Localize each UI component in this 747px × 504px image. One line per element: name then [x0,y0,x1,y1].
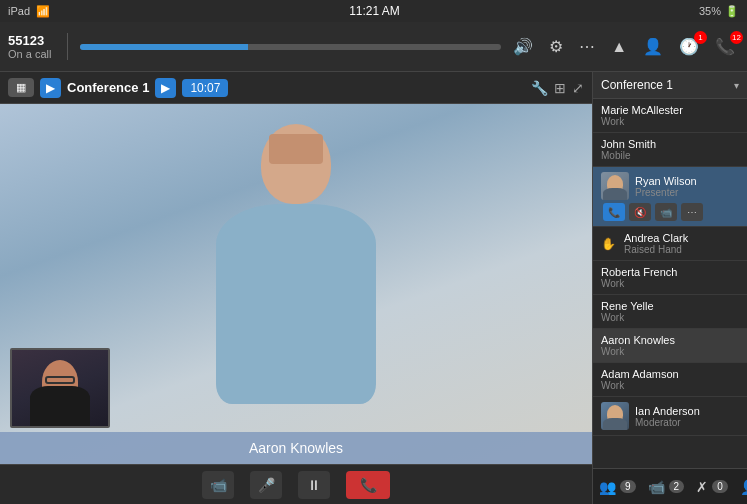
participant-row: Marie McAllester Work [601,104,739,127]
participant-name: Rene Yelle [601,300,739,312]
camera-toggle-button[interactable]: 📹 [202,471,234,499]
call-actions: 🔊 ⚙ ⋯ ▲ 👤 🕐 1 📞 12 [509,35,739,58]
add-participant-button[interactable]: 👤 + [734,475,747,499]
participant-info: Ian Anderson Moderator [635,405,739,428]
participant-row: Ian Anderson Moderator [601,402,739,430]
participant-role: Work [601,380,739,391]
contacts-badge-wrap: 👤 [639,35,667,58]
participant-name: Aaron Knowles [601,334,739,346]
participant-role: Work [601,346,739,357]
conference-header: ▦ ▶ Conference 1 ▶ 10:07 🔧 ⊞ ⤢ [0,72,592,104]
call-progress [80,44,501,50]
mute-count-icon: ✗ [696,479,708,495]
sidebar-conference-name: Conference 1 [601,78,673,92]
chevron-down-icon[interactable]: ▾ [734,80,739,91]
participant-actions: 📞 🔇 📹 ⋯ [601,203,739,221]
expand-icon[interactable]: ⤢ [572,80,584,96]
contacts-button[interactable]: 👤 [639,35,667,58]
conf-video-icon[interactable]: ▶ [155,78,176,98]
alert-button[interactable]: ▲ [607,36,631,58]
participant-avatar-ryan [601,172,629,200]
sidebar-header: Conference 1 ▾ [593,72,747,99]
conference-timer: 10:07 [182,79,228,97]
participant-avatar-ian [601,402,629,430]
status-right: 35% 🔋 [699,5,739,18]
clock-badge: 1 [694,31,707,44]
participant-role: Raised Hand [624,244,739,255]
end-call-button[interactable]: 📞 [346,471,390,499]
participant-item[interactable]: Roberta French Work [593,261,747,295]
participant-item-aaron[interactable]: Aaron Knowles Work [593,329,747,363]
conf-header-left: ▦ ▶ Conference 1 ▶ 10:07 [8,78,228,98]
call-status: On a call [8,48,59,60]
participant-info: John Smith Mobile [601,138,739,161]
settings-button[interactable]: ⚙ [545,35,567,58]
more-action-button[interactable]: ⋯ [681,203,703,221]
battery-icon: 🔋 [725,5,739,18]
sidebar-footer: 👥 9 📹 2 ✗ 0 👤 + [593,468,747,504]
raised-hand-icon: ✋ [601,237,616,251]
add-person-icon: 👤 [740,479,747,495]
participant-name: Andrea Clark [624,232,739,244]
participant-info: Aaron Knowles Work [601,334,739,357]
people-icon: 👥 [599,479,616,495]
video-tab-active[interactable]: ▶ [40,78,61,98]
layout-icon[interactable]: ⊞ [554,80,566,96]
participant-info: Adam Adamson Work [601,368,739,391]
participant-item[interactable]: Adam Adamson Work [593,363,747,397]
wrench-icon[interactable]: 🔧 [531,80,548,96]
voicemail-button[interactable]: ⋯ [575,35,599,58]
participant-role: Presenter [635,187,739,198]
presenter-name: Aaron Knowles [249,440,343,456]
participant-info: Ryan Wilson Presenter [635,175,739,198]
video-action-button[interactable]: 📹 [655,203,677,221]
people-badge: 9 [620,480,636,493]
participant-row: Adam Adamson Work [601,368,739,391]
mute-button[interactable]: 🎤 [250,471,282,499]
presenter-body [216,204,376,404]
participant-item-ryan[interactable]: Ryan Wilson Presenter 📞 🔇 📹 ⋯ [593,167,747,227]
video-count-button[interactable]: 📹 2 [642,475,691,499]
thumbnail-video[interactable] [10,348,110,428]
participant-info: Roberta French Work [601,266,739,289]
participant-item-ian[interactable]: Ian Anderson Moderator [593,397,747,436]
sidebar: Conference 1 ▾ Marie McAllester Work Joh… [592,72,747,504]
thumb-body [30,386,90,426]
pause-button[interactable]: ⏸ [298,471,330,499]
participant-item[interactable]: Marie McAllester Work [593,99,747,133]
phone-action-button[interactable]: 📞 [603,203,625,221]
thumb-person-bg [12,350,108,426]
avatar-body [603,418,627,430]
participant-item[interactable]: John Smith Mobile [593,133,747,167]
mute-count-button[interactable]: ✗ 0 [690,475,734,499]
people-count-button[interactable]: 👥 9 [593,475,642,499]
speaker-button[interactable]: 🔊 [509,35,537,58]
participant-role: Work [601,312,739,323]
participant-name: Roberta French [601,266,739,278]
video-panel: ▦ ▶ Conference 1 ▶ 10:07 🔧 ⊞ ⤢ [0,72,592,504]
participant-row: John Smith Mobile [601,138,739,161]
grid-tab[interactable]: ▦ [8,78,34,97]
mute-badge: 0 [712,480,728,493]
participant-item[interactable]: Rene Yelle Work [593,295,747,329]
video-bottom-bar: 📹 🎤 ⏸ 📞 [0,464,592,504]
call-info: 55123 On a call [8,33,68,60]
participant-list[interactable]: Marie McAllester Work John Smith Mobile [593,99,747,468]
thumb-glasses [45,376,75,384]
participant-item-andrea[interactable]: ✋ Andrea Clark Raised Hand [593,227,747,261]
status-left: iPad 📶 [8,5,50,18]
participant-role: Mobile [601,150,739,161]
phone-badge-wrap: 📞 12 [711,35,739,58]
participant-role: Work [601,278,739,289]
video-count-icon: 📹 [648,479,665,495]
video-main: Aaron Knowles [0,104,592,464]
avatar-body [603,188,627,200]
presenter-figure [186,124,406,404]
mute-action-button[interactable]: 🔇 [629,203,651,221]
video-badge: 2 [669,480,685,493]
call-number: 55123 [8,33,59,48]
participant-name: Ryan Wilson [635,175,739,187]
participant-info: Marie McAllester Work [601,104,739,127]
participant-name: Marie McAllester [601,104,739,116]
participant-role: Moderator [635,417,739,428]
